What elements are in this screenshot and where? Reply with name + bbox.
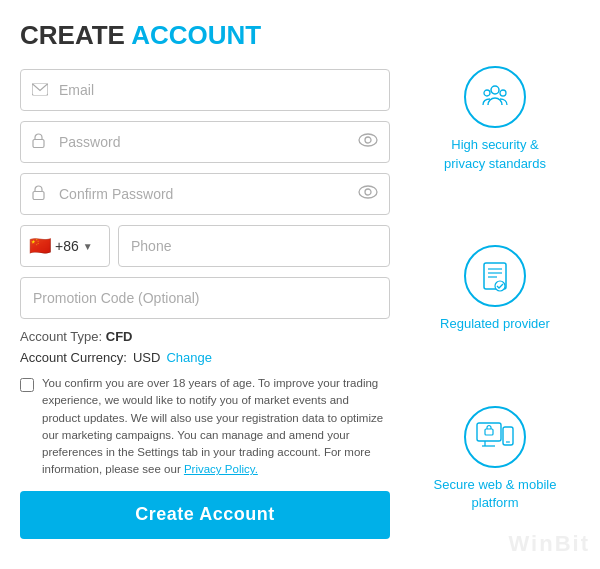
consent-checkbox[interactable] [20, 378, 34, 392]
create-account-button[interactable]: Create Account [20, 491, 390, 539]
mobile-icon [475, 419, 515, 455]
feature-regulated: Regulated provider [440, 245, 550, 333]
country-selector[interactable]: 🇨🇳 +86 ▼ [20, 225, 110, 267]
feature-mobile-label: Secure web & mobile platform [430, 476, 560, 512]
consent-text-content: You confirm you are over 18 years of age… [42, 377, 383, 475]
svg-point-2 [359, 134, 377, 146]
lock-icon-confirm [32, 185, 45, 204]
svg-point-9 [500, 90, 506, 96]
email-field-group [20, 69, 390, 111]
account-type-row: Account Type: CFD [20, 329, 390, 344]
account-currency-value: USD [133, 350, 160, 365]
right-panel: High security & privacy standards Regula… [410, 20, 580, 549]
country-code: +86 [55, 238, 79, 254]
svg-rect-4 [33, 192, 44, 200]
email-input[interactable] [20, 69, 390, 111]
phone-row: 🇨🇳 +86 ▼ [20, 225, 390, 267]
security-icon-circle [464, 66, 526, 128]
title-text-bold: CREATE [20, 20, 125, 50]
phone-input-wrap [118, 225, 390, 267]
phone-input[interactable] [118, 225, 390, 267]
lock-icon-password [32, 133, 45, 152]
change-currency-link[interactable]: Change [166, 350, 212, 365]
regulated-icon-circle [464, 245, 526, 307]
svg-point-7 [491, 86, 499, 94]
feature-mobile: Secure web & mobile platform [430, 406, 560, 512]
privacy-policy-link[interactable]: Privacy Policy. [184, 463, 258, 475]
svg-point-3 [365, 137, 371, 143]
password-toggle-icon[interactable] [358, 133, 378, 151]
confirm-password-toggle-icon[interactable] [358, 185, 378, 203]
svg-rect-18 [485, 429, 493, 435]
country-flag: 🇨🇳 [29, 235, 51, 257]
consent-row: You confirm you are over 18 years of age… [20, 375, 390, 479]
chevron-down-icon: ▼ [83, 241, 93, 252]
svg-point-14 [495, 281, 505, 291]
svg-rect-1 [33, 140, 44, 148]
svg-point-5 [359, 186, 377, 198]
account-type-label: Account Type: [20, 329, 102, 344]
account-currency-row: Account Currency: USD Change [20, 350, 390, 365]
page-title: CREATE ACCOUNT [20, 20, 390, 51]
promo-code-input[interactable] [20, 277, 390, 319]
feature-regulated-label: Regulated provider [440, 315, 550, 333]
consent-text: You confirm you are over 18 years of age… [42, 375, 390, 479]
mobile-icon-circle [464, 406, 526, 468]
account-currency-label: Account Currency: [20, 350, 127, 365]
email-icon [32, 82, 48, 99]
svg-point-8 [484, 90, 490, 96]
left-panel: CREATE ACCOUNT [20, 20, 410, 549]
confirm-password-field-group [20, 173, 390, 215]
account-type-value: CFD [106, 329, 133, 344]
feature-security-label: High security & privacy standards [430, 136, 560, 172]
svg-point-6 [365, 189, 371, 195]
password-field-group [20, 121, 390, 163]
confirm-password-input[interactable] [20, 173, 390, 215]
regulated-icon [477, 258, 513, 294]
feature-security: High security & privacy standards [430, 66, 560, 172]
password-input[interactable] [20, 121, 390, 163]
title-text-accent: ACCOUNT [131, 20, 261, 50]
security-icon [477, 79, 513, 115]
